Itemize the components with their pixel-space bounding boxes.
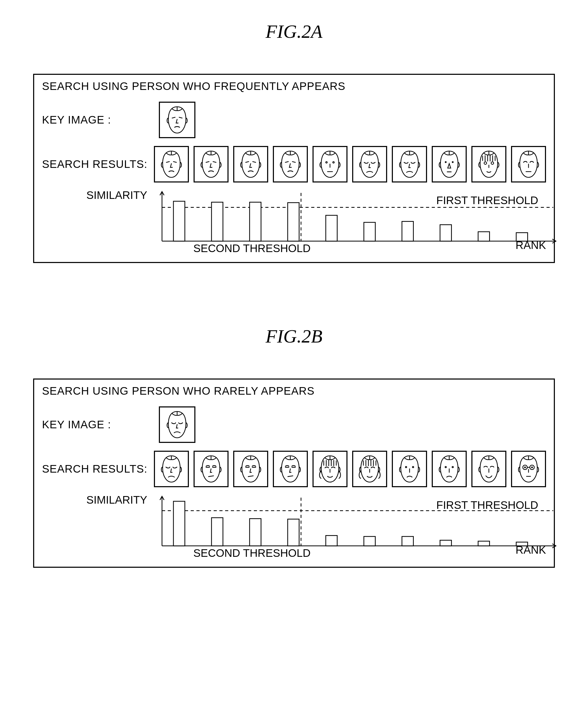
result-face (273, 146, 308, 183)
svg-rect-36 (288, 519, 299, 546)
svg-rect-37 (326, 536, 337, 546)
result-face (233, 451, 268, 487)
svg-point-2 (445, 161, 446, 163)
figure-title-2a: FIG.2A (21, 21, 567, 42)
svg-point-3 (452, 161, 453, 163)
label-search-results-2b: SEARCH RESULTS: (42, 463, 149, 475)
svg-rect-39 (402, 537, 413, 546)
result-face (233, 146, 268, 183)
row-search-results-2a: SEARCH RESULTS: (42, 142, 546, 187)
svg-point-28 (531, 467, 532, 468)
svg-point-27 (524, 467, 525, 468)
result-face (273, 451, 308, 487)
result-face (432, 146, 467, 183)
label-second-threshold-2b: SECOND THRESHOLD (193, 547, 311, 559)
result-face (392, 146, 427, 183)
result-face (432, 451, 467, 487)
chart-2b: SIMILARITY FIRST THRESHOLD RANK SECOND T… (42, 494, 546, 556)
svg-point-4 (484, 162, 487, 164)
label-search-results-2a: SEARCH RESULTS: (42, 158, 149, 170)
panel-2a: SEARCH USING PERSON WHO FREQUENTLY APPEA… (33, 74, 555, 263)
label-similarity-2b: SIMILARITY (86, 494, 147, 506)
svg-rect-40 (440, 540, 452, 546)
svg-rect-11 (212, 202, 223, 241)
label-rank-2b: RANK (515, 544, 546, 556)
label-similarity-2a: SIMILARITY (86, 189, 147, 202)
label-key-image-2a: KEY IMAGE : (42, 114, 154, 126)
svg-point-5 (491, 162, 494, 164)
label-rank-2a: RANK (515, 239, 546, 252)
svg-rect-15 (364, 222, 375, 241)
figure-title-2b: FIG.2B (21, 326, 567, 347)
result-face (312, 451, 348, 487)
svg-rect-13 (288, 203, 299, 241)
svg-rect-33 (174, 501, 185, 546)
svg-rect-16 (402, 221, 413, 241)
svg-point-23 (452, 466, 454, 468)
result-face (511, 146, 546, 183)
label-first-threshold-2a: FIRST THRESHOLD (436, 194, 538, 207)
key-face-2a (159, 102, 195, 138)
row-key-image-2a: KEY IMAGE : (42, 98, 546, 142)
result-face (154, 451, 189, 487)
result-face (352, 451, 387, 487)
result-face (471, 146, 506, 183)
chart-2a: SIMILARITY FIRST THRESHOLD RANK SECOND T… (42, 189, 546, 252)
svg-point-0 (326, 161, 327, 163)
svg-rect-41 (478, 541, 490, 546)
result-face (312, 146, 348, 183)
svg-rect-35 (250, 519, 261, 546)
label-key-image-2b: KEY IMAGE : (42, 419, 154, 431)
panel-title-2b: SEARCH USING PERSON WHO RARELY APPEARS (42, 385, 546, 397)
result-face (194, 451, 228, 487)
result-face (392, 451, 427, 487)
panel-title-2a: SEARCH USING PERSON WHO FREQUENTLY APPEA… (42, 80, 546, 93)
label-second-threshold-2a: SECOND THRESHOLD (193, 242, 311, 255)
result-face (511, 451, 546, 487)
result-face (471, 451, 506, 487)
svg-point-1 (333, 161, 334, 163)
label-first-threshold-2b: FIRST THRESHOLD (436, 499, 538, 511)
svg-point-22 (445, 466, 446, 468)
svg-rect-34 (212, 518, 223, 546)
row-search-results-2b: SEARCH RESULTS: (42, 447, 546, 491)
svg-point-25 (530, 465, 534, 469)
key-face-2b (159, 406, 195, 443)
result-face (352, 146, 387, 183)
svg-rect-10 (174, 201, 185, 241)
svg-point-21 (412, 466, 414, 468)
panel-2b: SEARCH USING PERSON WHO RARELY APPEARS K… (33, 378, 555, 568)
result-face (194, 146, 228, 183)
svg-rect-38 (364, 537, 375, 546)
row-key-image-2b: KEY IMAGE : (42, 402, 546, 447)
svg-rect-18 (478, 232, 490, 241)
svg-point-24 (523, 465, 527, 469)
svg-point-20 (405, 466, 407, 468)
svg-rect-14 (326, 215, 337, 241)
result-face (154, 146, 189, 183)
svg-rect-12 (250, 202, 261, 241)
svg-rect-17 (440, 225, 452, 241)
